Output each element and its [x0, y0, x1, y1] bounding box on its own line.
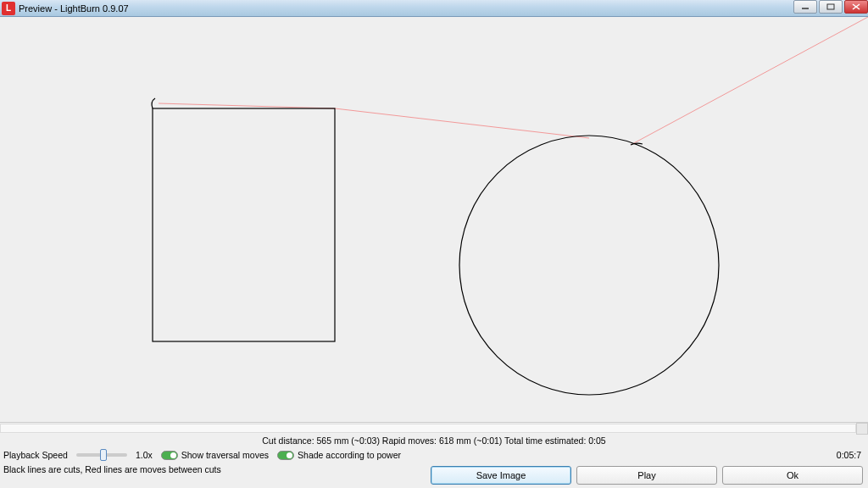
window-title: Preview - LightBurn 0.9.07 [19, 3, 129, 14]
hint-text: Black lines are cuts, Red lines are move… [0, 464, 221, 474]
show-traversal-toggle[interactable] [161, 451, 178, 460]
playback-speed-slider[interactable] [76, 453, 127, 457]
svg-line-6 [159, 103, 335, 108]
controls-row: Playback Speed 1.0x Show traversal moves… [0, 447, 868, 463]
maximize-button[interactable] [819, 0, 843, 14]
minimize-icon [801, 3, 810, 10]
window-controls [792, 0, 868, 15]
ok-button[interactable]: Ok [722, 466, 863, 485]
minimize-button[interactable] [793, 0, 817, 14]
svg-rect-1 [827, 4, 834, 9]
close-button[interactable] [844, 0, 868, 14]
slider-track[interactable] [76, 453, 127, 457]
save-image-button[interactable]: Save Image [431, 466, 571, 485]
svg-line-4 [631, 17, 868, 145]
playback-scrubber[interactable] [0, 422, 868, 434]
scrubber-track[interactable] [0, 424, 856, 433]
playback-speed-label: Playback Speed [3, 450, 68, 460]
shade-power-label: Shade according to power [298, 450, 401, 460]
show-traversal-label: Show traversal moves [181, 450, 269, 460]
svg-rect-7 [153, 108, 335, 341]
preview-canvas[interactable] [0, 17, 868, 422]
close-icon [852, 3, 860, 10]
slider-thumb[interactable] [100, 449, 107, 461]
stats-text: Cut distance: 565 mm (~0:03) Rapid moves… [262, 435, 605, 446]
playback-speed-value: 1.0x [136, 450, 153, 460]
app-icon: L [2, 2, 15, 15]
title-bar: L Preview - LightBurn 0.9.07 [0, 0, 868, 17]
button-group: Save Image Play Ok [431, 466, 868, 485]
play-button[interactable]: Play [576, 466, 717, 485]
traversal-lines [159, 17, 868, 145]
shade-power-toggle[interactable] [277, 451, 294, 460]
svg-line-5 [335, 108, 589, 138]
bottom-row: Black lines are cuts, Red lines are move… [0, 463, 868, 488]
scrubber-end-button[interactable] [856, 423, 868, 435]
stats-line: Cut distance: 565 mm (~0:03) Rapid moves… [0, 434, 868, 447]
time-display: 0:05:7 [837, 450, 865, 460]
svg-point-8 [459, 136, 719, 395]
maximize-icon [826, 3, 835, 10]
